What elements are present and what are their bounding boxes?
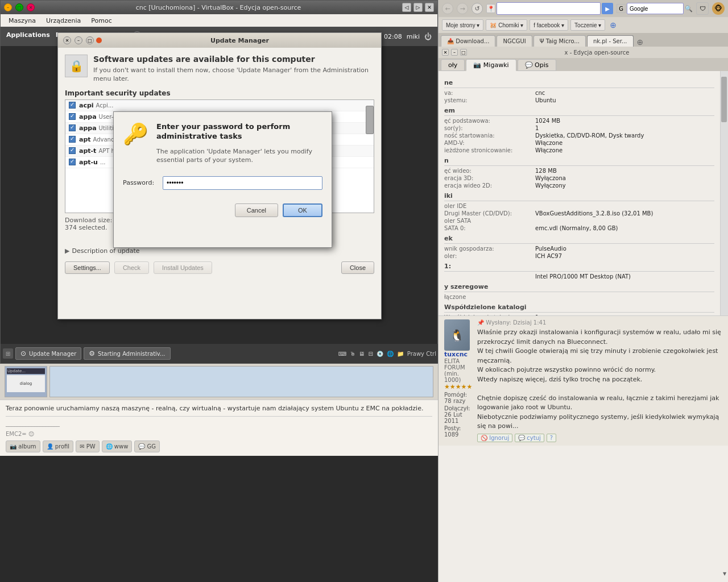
close-button[interactable]: ✕: [27, 3, 35, 11]
um-min-btn[interactable]: –: [75, 36, 82, 44]
tab-download[interactable]: 📥 Download...: [441, 35, 495, 47]
password-input[interactable]: [163, 176, 322, 190]
pkg-desc-0: Acpi...: [96, 102, 114, 109]
gg-button[interactable]: 💬 GG: [134, 440, 160, 452]
info-key: łączone: [444, 294, 535, 300]
info-key: oler:: [444, 253, 535, 259]
update-manager-titlebar: ✕ – □ Update Manager: [58, 33, 381, 48]
pkg-checkbox-4[interactable]: [69, 147, 76, 154]
user-rank: ELITA FORUM (min. 1000): [444, 358, 473, 383]
search-button[interactable]: 🔍: [685, 5, 693, 13]
maximize-button[interactable]: □: [15, 3, 23, 11]
www-button[interactable]: 🌐 www: [102, 440, 133, 452]
quote-button[interactable]: 💬 cytuj: [515, 434, 544, 442]
pkg-name-0: acpi: [79, 102, 94, 109]
go-button[interactable]: ▶: [602, 3, 613, 14]
info-row: łączone: [444, 294, 714, 300]
list-scrollbar-thumb[interactable]: [366, 106, 374, 134]
facebook-button[interactable]: f facebook ▾: [530, 19, 568, 31]
tab-migawki[interactable]: 📷 Migawki: [466, 59, 516, 71]
description-label: Description of update: [72, 247, 139, 255]
vbox-nav-btn-2[interactable]: ▷: [413, 3, 423, 12]
tab-opis[interactable]: 💬 Opis: [518, 59, 556, 71]
pkg-checkbox-3[interactable]: [69, 136, 76, 143]
moje-strony-button[interactable]: Moje strony ▾: [442, 19, 483, 31]
info-val: Ubuntu: [535, 97, 556, 103]
bookmarks-toolbar: Moje strony ▾ 🐹 Chomiki ▾ f facebook ▾ T…: [439, 17, 728, 33]
info-val: 1: [535, 125, 539, 131]
pkg-name-3: apt: [79, 136, 91, 143]
display-icon: 🖥: [359, 351, 365, 357]
username: miki: [407, 33, 420, 40]
location-icon: 📍: [486, 4, 495, 13]
power-icon[interactable]: ⏻: [424, 32, 432, 41]
minimize-button[interactable]: –: [4, 3, 12, 11]
search-input[interactable]: [627, 3, 684, 14]
info-key: eracja wideo 2D:: [444, 182, 535, 189]
info-row: ęć podstawowa: 1024 MB: [444, 118, 714, 124]
info-key: ystemu:: [444, 97, 535, 103]
vbox-info-title: x - Edycja open-source: [469, 49, 725, 56]
pkg-checkbox-2[interactable]: [69, 124, 76, 131]
action-row: Settings... Check Install Updates Close: [65, 261, 374, 274]
um-max-btn[interactable]: □: [86, 36, 94, 44]
info-row: ieżdżone stronicowanie: Włączone: [444, 147, 714, 153]
menu-urzadzenia[interactable]: Urządzenia: [42, 16, 85, 26]
menu-maszyna[interactable]: Maszyna: [4, 16, 40, 26]
tab-oly[interactable]: oły: [441, 59, 465, 71]
taskbar-item-label-1: Update Manager: [29, 351, 76, 357]
info-key: Drugi Master (CD/DVD):: [444, 210, 535, 217]
info-scrollbar[interactable]: ▼: [720, 71, 728, 315]
install-button[interactable]: Install Updates: [154, 261, 212, 274]
cd-icon: 💿: [377, 351, 383, 357]
vbox-lower-panel: Update... dialog Teraz ponownie uruchami…: [0, 364, 438, 582]
info-button[interactable]: ?: [547, 434, 556, 442]
password-buttons: Cancel OK: [114, 199, 332, 222]
info-row: oler IDE: [444, 203, 714, 209]
ok-button[interactable]: OK: [283, 203, 322, 217]
taskbar-applications[interactable]: Applications: [6, 31, 50, 42]
tab-taig[interactable]: Ψ Taig Micro...: [533, 35, 586, 47]
tab-nkpl[interactable]: nk.pl - Ser...: [587, 35, 634, 47]
album-button[interactable]: 📷 album: [6, 440, 40, 452]
scroll-down-icon[interactable]: ▼: [722, 571, 727, 576]
tab-ngcgui[interactable]: NGCGUI: [497, 35, 532, 47]
ignore-button[interactable]: 🚫 Ignoruj: [477, 434, 512, 442]
menu-pomoc[interactable]: Pomoc: [86, 16, 116, 26]
settings-button[interactable]: Settings...: [65, 261, 110, 274]
username-label: tuxcnc: [444, 351, 473, 358]
pkg-checkbox-0[interactable]: [69, 102, 76, 109]
pw-button[interactable]: ✉ PW: [76, 440, 99, 452]
pkg-name-2: appa: [79, 124, 97, 132]
vbox-info-min[interactable]: –: [451, 49, 458, 56]
profil-button[interactable]: 👤 profil: [43, 440, 74, 452]
pkg-checkbox-1[interactable]: [69, 113, 76, 120]
pkg-checkbox-5[interactable]: [69, 159, 76, 165]
forward-button[interactable]: →: [457, 3, 468, 14]
toczenie-button[interactable]: Toczenie ▾: [570, 19, 605, 31]
avatar-image: 🐧: [444, 319, 470, 351]
vbox-nav-close[interactable]: ✕: [425, 3, 434, 12]
adblock-button[interactable]: 🛡: [696, 2, 709, 15]
url-input[interactable]: [497, 2, 601, 15]
info-row: ęć wideo: 128 MB: [444, 168, 714, 174]
add-bookmark-icon[interactable]: ⊕: [610, 20, 617, 30]
vbox-info-max[interactable]: □: [460, 49, 467, 56]
vbox-nav-btn-1[interactable]: ◁: [402, 3, 411, 12]
reload-button[interactable]: ↺: [471, 3, 483, 14]
vbox-titlebar: – □ ✕ cnc [Uruchomiona] - VirtualBox - E…: [1, 1, 437, 14]
chomiki-button[interactable]: 🐹 Chomiki ▾: [486, 19, 527, 31]
check-button[interactable]: Check: [114, 261, 149, 274]
cancel-button[interactable]: Cancel: [235, 203, 278, 217]
vbox-info-close[interactable]: ✕: [442, 49, 449, 56]
new-tab-button[interactable]: ⊕: [637, 38, 644, 47]
close-button-um[interactable]: Close: [341, 261, 374, 274]
taskbar-item-admin[interactable]: ⚙ Starting Administrativ...: [84, 347, 170, 360]
vm-taskbar: ⊞ ⊙ Update Manager ⚙ Starting Administra…: [1, 344, 439, 363]
back-button[interactable]: ←: [442, 3, 453, 14]
info-row: wnik gospodarza: PulseAudio: [444, 246, 714, 252]
info-row: va: cnc: [444, 90, 714, 96]
taskbar-item-update-manager[interactable]: ⊙ Update Manager: [15, 347, 81, 360]
description-expand[interactable]: ▶ Description of update: [65, 247, 374, 255]
um-close-btn[interactable]: ✕: [63, 36, 71, 44]
